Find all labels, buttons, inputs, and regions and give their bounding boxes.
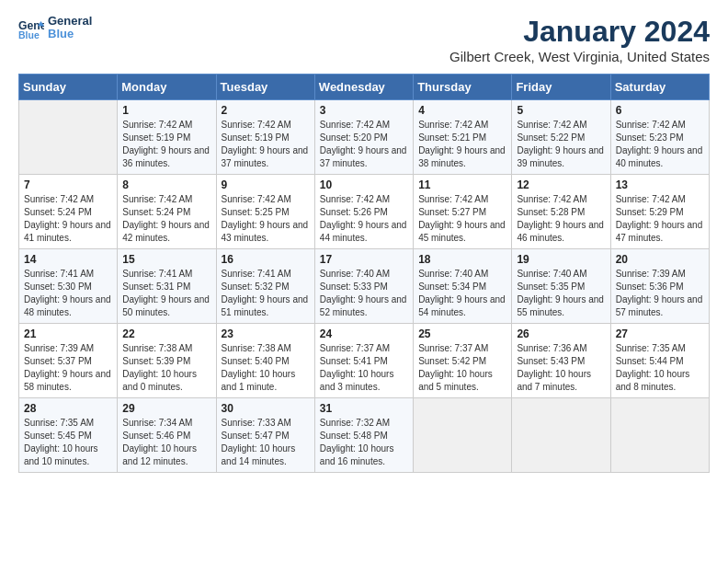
column-header-saturday: Saturday xyxy=(610,75,709,100)
day-number: 11 xyxy=(418,178,506,191)
calendar-cell: 31Sunrise: 7:32 AM Sunset: 5:48 PM Dayli… xyxy=(314,398,413,473)
calendar-cell: 4Sunrise: 7:42 AM Sunset: 5:21 PM Daylig… xyxy=(414,100,512,175)
day-number: 17 xyxy=(320,253,408,266)
day-number: 23 xyxy=(222,327,310,340)
day-info: Sunrise: 7:41 AM Sunset: 5:31 PM Dayligh… xyxy=(122,268,210,319)
day-number: 9 xyxy=(222,178,310,191)
day-number: 14 xyxy=(24,253,112,266)
day-info: Sunrise: 7:39 AM Sunset: 5:36 PM Dayligh… xyxy=(616,268,704,319)
day-number: 13 xyxy=(616,178,704,191)
day-info: Sunrise: 7:35 AM Sunset: 5:45 PM Dayligh… xyxy=(24,417,112,468)
day-number: 1 xyxy=(122,104,210,117)
calendar-cell: 22Sunrise: 7:38 AM Sunset: 5:39 PM Dayli… xyxy=(118,324,216,398)
calendar-cell: 2Sunrise: 7:42 AM Sunset: 5:19 PM Daylig… xyxy=(216,100,314,175)
day-number: 15 xyxy=(122,253,210,266)
calendar-cell: 15Sunrise: 7:41 AM Sunset: 5:31 PM Dayli… xyxy=(118,249,216,324)
calendar-cell: 7Sunrise: 7:42 AM Sunset: 5:24 PM Daylig… xyxy=(19,175,118,249)
day-info: Sunrise: 7:37 AM Sunset: 5:41 PM Dayligh… xyxy=(320,342,408,394)
day-info: Sunrise: 7:36 AM Sunset: 5:43 PM Dayligh… xyxy=(517,342,605,394)
calendar-cell: 16Sunrise: 7:41 AM Sunset: 5:32 PM Dayli… xyxy=(216,249,314,324)
calendar-cell: 13Sunrise: 7:42 AM Sunset: 5:29 PM Dayli… xyxy=(610,175,709,249)
calendar-cell: 17Sunrise: 7:40 AM Sunset: 5:33 PM Dayli… xyxy=(314,249,413,324)
day-number: 27 xyxy=(616,327,704,340)
logo-blue: Blue xyxy=(48,28,92,40)
day-info: Sunrise: 7:42 AM Sunset: 5:20 PM Dayligh… xyxy=(320,119,408,170)
calendar-cell: 29Sunrise: 7:34 AM Sunset: 5:46 PM Dayli… xyxy=(118,398,216,473)
calendar-cell: 28Sunrise: 7:35 AM Sunset: 5:45 PM Dayli… xyxy=(19,398,118,473)
calendar-cell xyxy=(512,398,610,473)
day-number: 7 xyxy=(24,178,112,191)
day-number: 3 xyxy=(320,104,408,117)
day-number: 16 xyxy=(222,253,310,266)
calendar-cell: 21Sunrise: 7:39 AM Sunset: 5:37 PM Dayli… xyxy=(19,324,118,398)
day-number: 20 xyxy=(616,253,704,266)
day-info: Sunrise: 7:42 AM Sunset: 5:24 PM Dayligh… xyxy=(122,193,210,245)
calendar-cell: 25Sunrise: 7:37 AM Sunset: 5:42 PM Dayli… xyxy=(414,324,512,398)
calendar-cell xyxy=(610,398,709,473)
day-info: Sunrise: 7:32 AM Sunset: 5:48 PM Dayligh… xyxy=(320,417,408,468)
calendar-header-row: SundayMondayTuesdayWednesdayThursdayFrid… xyxy=(19,75,710,100)
calendar-cell: 1Sunrise: 7:42 AM Sunset: 5:19 PM Daylig… xyxy=(118,100,216,175)
day-info: Sunrise: 7:34 AM Sunset: 5:46 PM Dayligh… xyxy=(122,417,210,468)
day-info: Sunrise: 7:42 AM Sunset: 5:21 PM Dayligh… xyxy=(418,119,506,170)
day-info: Sunrise: 7:33 AM Sunset: 5:47 PM Dayligh… xyxy=(222,417,310,468)
calendar-cell: 18Sunrise: 7:40 AM Sunset: 5:34 PM Dayli… xyxy=(414,249,512,324)
day-number: 10 xyxy=(320,178,408,191)
calendar-cell: 23Sunrise: 7:38 AM Sunset: 5:40 PM Dayli… xyxy=(216,324,314,398)
column-header-friday: Friday xyxy=(512,75,610,100)
day-number: 19 xyxy=(517,253,605,266)
calendar-table: SundayMondayTuesdayWednesdayThursdayFrid… xyxy=(18,74,710,473)
calendar-week-1: 1Sunrise: 7:42 AM Sunset: 5:19 PM Daylig… xyxy=(19,100,710,175)
column-header-sunday: Sunday xyxy=(19,75,118,100)
calendar-cell: 27Sunrise: 7:35 AM Sunset: 5:44 PM Dayli… xyxy=(610,324,709,398)
calendar-cell: 26Sunrise: 7:36 AM Sunset: 5:43 PM Dayli… xyxy=(512,324,610,398)
day-number: 24 xyxy=(320,327,408,340)
calendar-cell: 8Sunrise: 7:42 AM Sunset: 5:24 PM Daylig… xyxy=(118,175,216,249)
calendar-week-5: 28Sunrise: 7:35 AM Sunset: 5:45 PM Dayli… xyxy=(19,398,710,473)
logo-icon: General Blue xyxy=(18,15,44,40)
day-info: Sunrise: 7:42 AM Sunset: 5:22 PM Dayligh… xyxy=(517,119,605,170)
calendar-cell: 14Sunrise: 7:41 AM Sunset: 5:30 PM Dayli… xyxy=(19,249,118,324)
calendar-cell xyxy=(414,398,512,473)
day-number: 28 xyxy=(24,402,112,415)
calendar-cell: 10Sunrise: 7:42 AM Sunset: 5:26 PM Dayli… xyxy=(314,175,413,249)
day-number: 4 xyxy=(418,104,506,117)
calendar-cell: 6Sunrise: 7:42 AM Sunset: 5:23 PM Daylig… xyxy=(610,100,709,175)
day-number: 26 xyxy=(517,327,605,340)
calendar-subtitle: Gilbert Creek, West Virginia, United Sta… xyxy=(449,49,710,64)
calendar-week-2: 7Sunrise: 7:42 AM Sunset: 5:24 PM Daylig… xyxy=(19,175,710,249)
day-number: 2 xyxy=(222,104,310,117)
day-info: Sunrise: 7:38 AM Sunset: 5:40 PM Dayligh… xyxy=(222,342,310,394)
calendar-week-4: 21Sunrise: 7:39 AM Sunset: 5:37 PM Dayli… xyxy=(19,324,710,398)
calendar-cell: 5Sunrise: 7:42 AM Sunset: 5:22 PM Daylig… xyxy=(512,100,610,175)
calendar-cell: 20Sunrise: 7:39 AM Sunset: 5:36 PM Dayli… xyxy=(610,249,709,324)
day-number: 6 xyxy=(616,104,704,117)
column-header-tuesday: Tuesday xyxy=(216,75,314,100)
day-number: 8 xyxy=(122,178,210,191)
calendar-week-3: 14Sunrise: 7:41 AM Sunset: 5:30 PM Dayli… xyxy=(19,249,710,324)
column-header-thursday: Thursday xyxy=(414,75,512,100)
day-info: Sunrise: 7:42 AM Sunset: 5:27 PM Dayligh… xyxy=(418,193,506,245)
day-info: Sunrise: 7:42 AM Sunset: 5:28 PM Dayligh… xyxy=(517,193,605,245)
title-area: January 2024 Gilbert Creek, West Virgini… xyxy=(449,15,710,64)
day-info: Sunrise: 7:40 AM Sunset: 5:35 PM Dayligh… xyxy=(517,268,605,319)
svg-text:Blue: Blue xyxy=(18,30,40,41)
day-info: Sunrise: 7:35 AM Sunset: 5:44 PM Dayligh… xyxy=(616,342,704,394)
day-info: Sunrise: 7:42 AM Sunset: 5:23 PM Dayligh… xyxy=(616,119,704,170)
header: General Blue General Blue January 2024 G… xyxy=(18,15,710,64)
day-number: 5 xyxy=(517,104,605,117)
logo: General Blue General Blue xyxy=(18,15,92,41)
calendar-title: January 2024 xyxy=(449,15,710,49)
calendar-cell xyxy=(19,100,118,175)
day-info: Sunrise: 7:42 AM Sunset: 5:26 PM Dayligh… xyxy=(320,193,408,245)
day-number: 29 xyxy=(122,402,210,415)
day-info: Sunrise: 7:42 AM Sunset: 5:25 PM Dayligh… xyxy=(222,193,310,245)
logo-general: General xyxy=(48,15,92,28)
column-header-wednesday: Wednesday xyxy=(314,75,413,100)
day-info: Sunrise: 7:42 AM Sunset: 5:24 PM Dayligh… xyxy=(24,193,112,245)
day-number: 22 xyxy=(122,327,210,340)
calendar-cell: 24Sunrise: 7:37 AM Sunset: 5:41 PM Dayli… xyxy=(314,324,413,398)
day-info: Sunrise: 7:39 AM Sunset: 5:37 PM Dayligh… xyxy=(24,342,112,394)
day-number: 18 xyxy=(418,253,506,266)
calendar-cell: 9Sunrise: 7:42 AM Sunset: 5:25 PM Daylig… xyxy=(216,175,314,249)
